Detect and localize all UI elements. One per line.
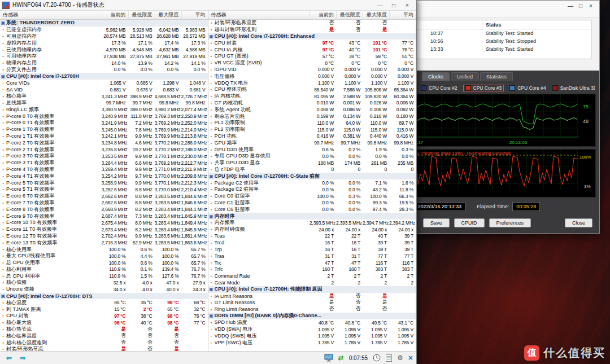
stability-window-titlebar[interactable]: — □ × bbox=[385, 1, 599, 18]
sensor-row[interactable]: ▪GPU D3D 使用率0.6 %0.2 %1.9 %0.3 % bbox=[208, 146, 416, 153]
sensor-row[interactable]: ▪专用 GPU D3D 显存使用0.0 %0.0 %0.0 %0.0 % bbox=[208, 153, 416, 160]
legend-item[interactable]: CPU Core #2 bbox=[421, 85, 457, 91]
legend-item[interactable]: CPU Core #3 bbox=[464, 85, 504, 91]
sensor-row[interactable]: ▪VDDQ TX 电压1.100 V1.100 V1.100 V1.100 V bbox=[208, 80, 416, 86]
monitoring-icon[interactable] bbox=[324, 354, 333, 362]
sensor-row[interactable]: ▪封装/环形热节流是否是 bbox=[0, 346, 208, 351]
sensor-row[interactable]: ▪E-core 11 T0 有效频率2,673.4 MHz8.2 MHz3,28… bbox=[0, 226, 208, 233]
tab-unified[interactable]: Unified bbox=[451, 72, 479, 81]
preferences-button[interactable]: Preferences bbox=[489, 218, 531, 227]
sensor-row[interactable]: ▪CPU 封装97 °C43 °C101 °C77 °C bbox=[208, 40, 416, 46]
sensor-row[interactable]: ▪Core VIDs1.065 V0.685 V1.298 V1.048 V bbox=[0, 80, 208, 86]
sensor-row[interactable]: ▪Ring Limit Reasons否否否 bbox=[208, 306, 416, 313]
sensor-row[interactable]: ▪P-core 1 T1 有效频率3,242.1 MHz9.9 MHz3,769… bbox=[0, 133, 208, 140]
sensor-row[interactable]: ▪总线频率99.7 MHz99.7 MHz99.8 MHz99.8 MHz bbox=[0, 100, 208, 107]
sensor-row[interactable]: ▪Core C6 驻留率0.0 %0.0 %97.4 %29.3 % bbox=[208, 206, 416, 213]
sensor-row[interactable]: ▪最大 CPU/线程使用率100.0 %4.4 %100.0 %65.7 % bbox=[0, 253, 208, 260]
sensor-row[interactable]: ▪P-core 2 T1 有效频率3,235.8 MHz19.2 MHz3,77… bbox=[0, 146, 208, 153]
sensor-row[interactable]: ▪电压偏移0.000 V0.000 V0.000 V0.000 V bbox=[208, 73, 416, 80]
sensor-row[interactable]: ▪VR VCC 温度 (SVID)0 °C0 °C0 °C0 °C bbox=[208, 60, 416, 67]
section-header-row[interactable]: ▣CPU [#0]: Intel Core i7-12700H: 性能限制 原因 bbox=[208, 286, 416, 293]
sensor-row[interactable]: ▪PL1 功率限制110.0 W64.0 W110.0 W89.7 W bbox=[208, 120, 416, 126]
sensor-row[interactable]: ▪CPU 整体功耗86.540 W7.586 W105.806 W65.364 … bbox=[208, 86, 416, 93]
sensor-row[interactable]: ▪超出封装/环形准则是否是 bbox=[208, 27, 416, 33]
sensor-row[interactable]: ▪Package C2 驻留率0.0 %0.0 %43.2 %11.8 % bbox=[208, 186, 416, 193]
sensor-row[interactable]: ▪超出核心温度准则否否否 bbox=[0, 339, 208, 346]
close-button[interactable]: Close bbox=[565, 218, 592, 227]
sensor-row[interactable]: ▪Uncore 倍频34.0 x4.0 x40.0 x24.3 x bbox=[0, 286, 208, 293]
sensor-row[interactable]: ▪核心温度85 °C35 °C98 °C68 °C bbox=[0, 299, 208, 306]
sensor-row[interactable]: ▪已提交虚拟内存5,982 MB5,928 MB6,042 MB5,983 MB bbox=[0, 27, 208, 33]
close-icon[interactable]: × bbox=[586, 3, 596, 17]
sensor-row[interactable]: ▪Trcd16 T16 T39 T39 T bbox=[208, 239, 416, 246]
sensor-row[interactable]: ▪核心临界温度否否否 bbox=[0, 332, 208, 339]
sensor-row[interactable]: ▪核心倍频32.5 x4.0 x47.0 x27.9 x bbox=[0, 279, 208, 286]
sensor-row[interactable]: ▪E-core 8 T0 有效频率2,668.9 MHz8.2 MHz3,283… bbox=[0, 206, 208, 213]
sensor-row[interactable]: ▪P-core 0 T1 有效频率3,241.9 MHz7.2 MHz3,769… bbox=[0, 120, 208, 126]
sensor-row[interactable]: ▪Ring/LLC 频率3,390.9 MHz399.0 MHz3,990.2 … bbox=[0, 106, 208, 113]
sensor-row[interactable]: ▪E-core 7 T0 有效频率2,662.6 MHz8.8 MHz3,283… bbox=[0, 200, 208, 207]
section-header-row[interactable]: ▣DDR5 DIMM [#0] (BANK 0)/内存插0-Channe... bbox=[208, 313, 416, 319]
sensor-row[interactable]: ▪Command Rate2 T2 T2 T2 T bbox=[208, 273, 416, 279]
sensor-row[interactable]: ▪IA 内核功耗81.095 W2.588 W109.820 W60.364 W bbox=[208, 93, 416, 100]
sensor-row[interactable]: ▪VDDQ (SWB) 电压1.095 V1.095 V1.095 V1.095… bbox=[208, 332, 416, 339]
sensor-row[interactable]: ▪CPU IA 内核97 °C40 °C101 °C76 °C bbox=[208, 46, 416, 53]
sensor-row[interactable]: ▪PL2 功率限制115.0 W115.0 W115.0 W115.0 W bbox=[208, 126, 416, 133]
section-header-row[interactable]: ▣CPU [#0]: Intel Core i7-12700H: DTS bbox=[0, 293, 208, 300]
sensor-row[interactable]: ▪VDD (SWA) 电压1.095 V1.095 V1.095 V1.095 … bbox=[208, 326, 416, 333]
sensor-row[interactable]: ▪P-core 5 T1 有效频率3,262.6 MHz8.8 MHz3,770… bbox=[0, 186, 208, 193]
sensor-row[interactable]: ▪共享 GPU D3D 显存188 MB174 MB261 MB235 MB bbox=[208, 160, 416, 166]
sensor-row[interactable]: ▪分页文件占用0.0 %0.0 %0.0 %0.0 % bbox=[0, 67, 208, 73]
maximize-icon[interactable]: □ bbox=[387, 2, 400, 8]
reset-min-icon[interactable]: ⇐ bbox=[3, 354, 15, 362]
sensor-row[interactable]: ▪P-core 0 T0 有效频率3,240.9 MHz111.8 MHz3,7… bbox=[0, 113, 208, 120]
sensor-row[interactable]: ▪Core C0 驻留率100.0 %0.3 %100.0 %66.3 % bbox=[208, 193, 416, 200]
cpuid-button[interactable]: CPUID bbox=[454, 218, 485, 227]
sensor-row[interactable]: ▪IA Limit Reasons是否是 bbox=[208, 293, 416, 300]
clock-icon[interactable] bbox=[373, 354, 381, 362]
gear-icon[interactable]: ⚙ bbox=[397, 354, 403, 362]
minimize-icon[interactable]: — bbox=[565, 3, 576, 17]
sensor-row[interactable]: ▪物理内存占用14.0 %13.9 %14.2 %14.1 % bbox=[0, 60, 208, 67]
reset-max-icon[interactable]: ⇒ bbox=[17, 354, 28, 362]
sensor-row[interactable]: ▪Trp16 T16 T39 T39 T bbox=[208, 246, 416, 253]
swap-sensors-icon[interactable]: ⇄ bbox=[338, 354, 344, 362]
sensor-row[interactable]: ▪虚拟内存占用17.3 %17.1 %17.4 %17.3 % bbox=[0, 40, 208, 46]
sensor-row[interactable]: ▪P-core 3 T0 有效频率3,253.5 MHz9.9 MHz3,770… bbox=[0, 153, 208, 160]
sensor-row[interactable]: ▪已使用物理内存4,570 MB4,546 MB4,632 MB4,588 MB bbox=[0, 46, 208, 53]
sensor-row[interactable]: ▪可用虚拟内存28,574 MB28,513 MB28,628 MB28,572… bbox=[0, 33, 208, 40]
sensor-row[interactable]: ▪可用物理内存27,938 MB27,875 MB27,961 MB27,919… bbox=[0, 53, 208, 60]
save-button[interactable]: Save bbox=[423, 218, 450, 227]
sensor-row[interactable]: ▪Gear Mode2222 bbox=[208, 279, 416, 286]
sensor-row[interactable]: ▪核心利用率110.9 %0.1 %139.4 %76.7 % bbox=[0, 266, 208, 273]
sensor-row[interactable]: ▪P-core 5 T0 有效频率3,258.9 MHz9.9 MHz3,770… bbox=[0, 179, 208, 186]
sensor-row[interactable]: ▪内存频率2,393.5 MHz2,393.5 MHz2,394.7 MHz2,… bbox=[208, 220, 416, 226]
sensor-row[interactable]: ▪GT Limit Reasons是否是 bbox=[208, 299, 416, 306]
sensor-row[interactable]: ▪系统 Agent 功耗0.088 W0.086 W0.108 W0.092 W bbox=[208, 106, 416, 113]
sensor-row[interactable]: ▪E-core 12 T0 有效频率2,702.4 MHz9.9 MHz3,28… bbox=[0, 233, 208, 240]
section-header-row[interactable]: ▣系统: THUNDEROBOT ZERO bbox=[0, 20, 208, 27]
sensor-row[interactable]: ▪P-core 1 T0 有效频率3,245.0 MHz7.8 MHz3,769… bbox=[0, 126, 208, 133]
sensor-row[interactable]: ▪E-core 10 T0 有效频率2,675.4 MHz8.0 MHz3,28… bbox=[0, 220, 208, 226]
sensor-row[interactable]: ▪Trc47 T47 T116 T116 T bbox=[208, 260, 416, 266]
sensor-row[interactable]: ▪总 CPU 使用率100.0 %0.6 %100.0 %65.7 % bbox=[0, 260, 208, 266]
report-log-icon[interactable] bbox=[386, 354, 392, 362]
sensor-row[interactable]: ▪剩余芯片功耗0.199 W0.134 W0.216 W0.180 W bbox=[208, 113, 416, 120]
sensor-row[interactable]: ▪VPP (SWC) 电压1.785 V1.785 V1.785 V1.785 … bbox=[208, 339, 416, 346]
close-sensors-icon[interactable]: × bbox=[408, 353, 413, 362]
sensor-row[interactable]: ▪SPD Hub 温度40.8 °C40.8 °C49.5 °C43.1 °C bbox=[208, 319, 416, 326]
sensor-row[interactable]: ▪GT 内核功耗0.010 W0.001 W0.026 W0.006 W bbox=[208, 100, 416, 107]
hwinfo-titlebar[interactable]: HWiNFO64 v7.20-4700 - 传感器状态 — □ × bbox=[0, 0, 416, 11]
sensor-row[interactable]: ▪PCH 功耗0.416 W0.381 W0.440 W0.416 W bbox=[208, 133, 416, 140]
sensor-row[interactable]: ▪到 TJMAX 距离15 °C2 °C65 °C32 °C bbox=[0, 306, 208, 313]
sensor-row[interactable]: ▪CPU GT (图形)57 °C38 °C59 °C51 °C bbox=[208, 53, 416, 60]
maximize-icon[interactable]: □ bbox=[576, 3, 586, 17]
sensor-row[interactable]: ▪SA VID0.681 V0.676 V0.683 V0.681 V bbox=[0, 86, 208, 93]
sensor-row[interactable]: ▪总 CPU 利用率110.9 %1.5 %127.6 %76.7 % bbox=[0, 273, 208, 279]
sensor-row[interactable]: ▪iGPU VID0.000 V0.000 V0.000 V0.000 V bbox=[208, 67, 416, 73]
section-header-row[interactable]: ▣CPU [#0]: Intel Core i7-12700H: C-State… bbox=[208, 173, 416, 179]
tab-clocks[interactable]: Clocks bbox=[422, 72, 450, 81]
sensor-row[interactable]: ▪Trfc160 T160 T383 T383 T bbox=[208, 266, 416, 273]
sensor-row[interactable]: ▪P-core 3 T1 有效频率3,264.4 MHz6.6 MHz3,769… bbox=[0, 160, 208, 166]
sensor-row[interactable]: ▪P-core 2 T0 有效频率3,234.8 MHz4.6 MHz3,770… bbox=[0, 139, 208, 146]
